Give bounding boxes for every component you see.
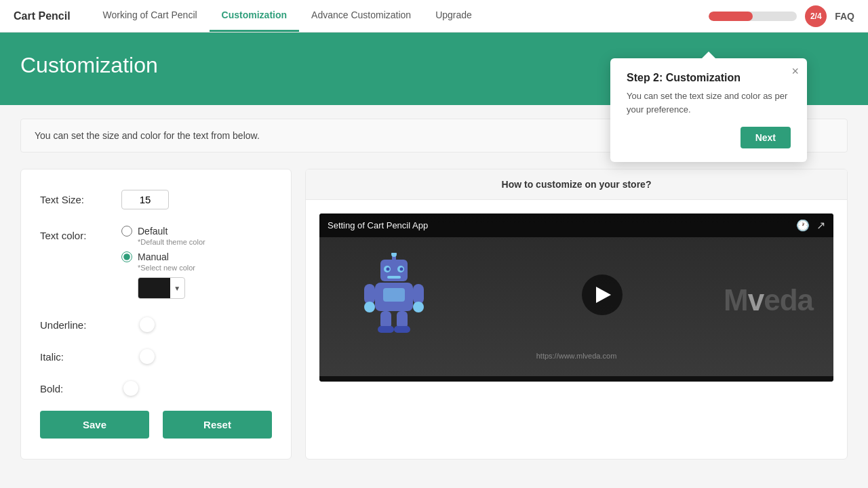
two-column-layout: Text Size: Text color: Default: [20, 169, 848, 460]
tooltip-popup: × Step 2: Customization You can set the …: [610, 58, 807, 162]
radio-default-input[interactable]: [121, 226, 132, 237]
color-swatch-box: [138, 278, 170, 298]
brand-logo[interactable]: Cart Pencil: [14, 10, 71, 22]
video-embed: Setting of Cart Pencil App 🕐 ↗: [319, 214, 833, 382]
tooltip-next-button[interactable]: Next: [741, 127, 791, 148]
navigation: Cart Pencil Working of Cart Pencil Custo…: [0, 0, 868, 33]
brand-text: Mveda: [724, 283, 813, 317]
text-size-control: [121, 190, 272, 209]
video-play-button[interactable]: [582, 274, 623, 315]
share-icon: ↗: [816, 219, 825, 232]
nav-item-advance[interactable]: Advance Customization: [299, 0, 423, 32]
nav-right: 2/4 FAQ: [709, 5, 854, 27]
underline-row: Underline:: [40, 315, 272, 331]
svg-point-13: [413, 302, 424, 312]
text-size-label: Text Size:: [40, 190, 121, 205]
video-title: Setting of Cart Pencil App: [328, 220, 428, 230]
radio-default-item: Default *Default theme color: [121, 226, 272, 246]
svg-point-5: [387, 268, 390, 271]
underline-control: [121, 315, 272, 327]
clock-icon: 🕐: [796, 219, 810, 232]
bold-row: Bold:: [40, 379, 272, 394]
color-picker-wrapper: ▼: [138, 277, 272, 299]
text-size-input[interactable]: [121, 190, 169, 209]
progress-fill: [709, 12, 753, 21]
bold-knob: [123, 381, 138, 396]
tooltip-arrow: [702, 52, 715, 58]
progress-bar: [709, 12, 797, 21]
action-buttons: Save Reset: [40, 411, 272, 439]
svg-rect-11: [413, 284, 424, 304]
video-panel: How to customize on your store? Setting …: [305, 169, 848, 460]
video-url: https://www.mlveda.com: [536, 352, 617, 360]
svg-rect-9: [383, 288, 405, 302]
italic-control: [121, 347, 272, 359]
svg-rect-17: [394, 326, 410, 333]
nav-item-upgrade[interactable]: Upgrade: [423, 0, 484, 32]
svg-rect-7: [387, 276, 401, 279]
underline-knob: [140, 317, 155, 332]
bold-label: Bold:: [40, 379, 121, 394]
nav-items: Working of Cart Pencil Customization Adv…: [91, 0, 709, 32]
bold-control: [121, 379, 272, 391]
italic-label: Italic:: [40, 347, 121, 363]
svg-point-12: [364, 302, 375, 312]
settings-panel: Text Size: Text color: Default: [20, 169, 292, 460]
italic-knob: [140, 349, 155, 364]
faq-link[interactable]: FAQ: [835, 11, 854, 22]
text-color-row: Text color: Default *Default theme color: [40, 226, 272, 299]
color-radio-group: Default *Default theme color Manual *Sel…: [121, 226, 272, 299]
radio-manual-label[interactable]: Manual: [121, 251, 272, 262]
nav-item-customization[interactable]: Customization: [210, 0, 299, 32]
step-badge: 2/4: [805, 5, 827, 27]
video-thumbnail[interactable]: Mveda https://www.mlveda.com: [319, 214, 833, 376]
text-color-control: Default *Default theme color Manual *Sel…: [121, 226, 272, 299]
tooltip-step-desc: You can set the text size and color as p…: [627, 89, 791, 116]
robot-illustration: [360, 253, 428, 337]
video-title-bar: Setting of Cart Pencil App 🕐 ↗: [319, 214, 833, 237]
svg-rect-10: [364, 284, 375, 304]
svg-point-6: [400, 268, 403, 271]
radio-manual-input[interactable]: [121, 251, 132, 262]
text-size-row: Text Size:: [40, 190, 272, 209]
save-button[interactable]: Save: [40, 411, 149, 439]
tooltip-step-title: Step 2: Customization: [627, 72, 791, 84]
radio-default-label[interactable]: Default: [121, 226, 272, 237]
underline-label: Underline:: [40, 315, 121, 331]
reset-button[interactable]: Reset: [163, 411, 272, 439]
video-title-icons: 🕐 ↗: [796, 219, 825, 232]
radio-manual-item: Manual *Select new color ▼: [121, 251, 272, 299]
italic-row: Italic:: [40, 347, 272, 363]
nav-item-working[interactable]: Working of Cart Pencil: [91, 0, 210, 32]
hero-section: Customization × Step 2: Customization Yo…: [0, 33, 868, 105]
tooltip-close-button[interactable]: ×: [791, 65, 799, 77]
video-panel-header: How to customize on your store?: [306, 169, 847, 200]
text-color-label: Text color:: [40, 226, 121, 241]
svg-rect-16: [378, 326, 394, 333]
color-swatch-arrow: ▼: [170, 285, 184, 292]
color-swatch[interactable]: ▼: [138, 277, 185, 299]
video-footer-bar: [319, 376, 833, 382]
